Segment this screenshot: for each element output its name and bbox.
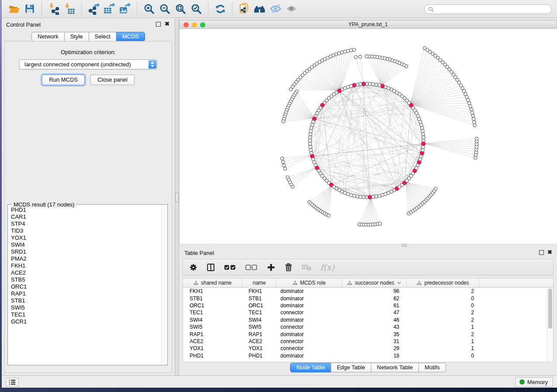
control-panel-header: Control Panel ✖ (2, 18, 175, 30)
table-cell: 1 (407, 324, 480, 330)
table-row[interactable]: ORC1ORC1dominator610 (183, 302, 547, 309)
table-scrollbar[interactable] (547, 288, 553, 362)
first-neighbors-button[interactable] (252, 1, 268, 16)
criterion-dropdown[interactable]: largest connected component (undirected) (19, 59, 157, 69)
refresh-view-button[interactable] (212, 1, 228, 16)
list-item[interactable]: STB1 (11, 297, 161, 304)
list-item[interactable]: SWI5 (11, 304, 161, 311)
show-column-button[interactable] (206, 263, 215, 272)
list-item[interactable]: FKH1 (11, 262, 161, 269)
tab-select[interactable]: Select (89, 32, 117, 41)
create-column-button[interactable] (266, 263, 276, 272)
export-image-button[interactable] (117, 1, 133, 16)
table-cell: PHD1 (242, 353, 277, 359)
zoom-selected-icon (190, 3, 202, 15)
run-mcds-button[interactable]: Run MCDS (42, 75, 85, 85)
maximize-window-icon[interactable] (200, 22, 205, 28)
float-panel-icon[interactable] (156, 22, 161, 27)
function-builder-button-disabled[interactable]: f(x) (320, 262, 335, 272)
table-row[interactable]: SWI5SWI5connector431 (183, 323, 547, 330)
list-item[interactable]: PMA2 (11, 255, 161, 262)
tab-mcds[interactable]: MCDS (116, 32, 145, 41)
network-from-clipboard-button[interactable] (236, 1, 252, 16)
list-item[interactable]: PHD1 (11, 206, 161, 213)
float-table-panel-icon[interactable] (539, 250, 544, 255)
close-panel-button[interactable]: Close panel (90, 75, 135, 85)
zoom-out-button[interactable] (157, 1, 173, 16)
table-cell: STB1 (183, 296, 242, 302)
list-item[interactable]: GCR1 (11, 318, 161, 325)
table-cell: dominator (277, 303, 342, 309)
tab-network[interactable]: Network (31, 32, 65, 41)
task-history-button[interactable] (6, 378, 19, 386)
toolbar-separator (208, 2, 208, 15)
close-panel-icon[interactable]: ✖ (165, 21, 170, 27)
search-icon (428, 7, 434, 12)
hide-selected-button[interactable] (268, 1, 284, 16)
close-table-panel-icon[interactable]: ✖ (547, 249, 552, 255)
table-row[interactable]: PHD1PHD1dominator180 (183, 352, 547, 359)
zoom-fit-button[interactable] (173, 1, 188, 16)
zoom-selected-button[interactable] (188, 1, 204, 16)
table-cell: YOX1 (183, 345, 242, 351)
close-window-icon[interactable] (183, 22, 189, 28)
network-graph[interactable] (180, 29, 557, 244)
vertical-splitter[interactable] (175, 18, 179, 375)
list-item[interactable]: TEC1 (11, 311, 161, 318)
deselect-all-rows-button[interactable] (245, 263, 258, 272)
network-view[interactable] (179, 29, 557, 244)
import-network-button[interactable] (46, 1, 62, 16)
column-header-predecessor-nodes[interactable]: predecessor nodes (407, 279, 480, 287)
list-item[interactable]: TID3 (11, 227, 161, 234)
search-input[interactable] (436, 5, 551, 13)
show-all-button[interactable] (284, 1, 299, 16)
minimize-window-icon[interactable] (192, 22, 197, 28)
export-network-button[interactable] (86, 1, 101, 16)
list-item[interactable]: CAR1 (11, 213, 161, 220)
table-row[interactable]: STB1STB1dominator620 (183, 295, 547, 302)
list-item[interactable]: YOX1 (11, 234, 161, 241)
list-item[interactable]: SRD1 (11, 248, 161, 255)
network-window-titlebar[interactable]: YPA_prune.txt_1 (179, 20, 557, 29)
list-item[interactable]: STP4 (11, 220, 161, 227)
export-table-button[interactable] (101, 1, 117, 16)
table-row[interactable]: TEC1TEC1connector472 (183, 309, 547, 316)
table-cell: 46 (342, 317, 407, 323)
table-row[interactable]: RAP1RAP1dominator352 (183, 330, 547, 337)
list-item[interactable]: ACE2 (11, 269, 161, 276)
import-table-button[interactable] (62, 1, 77, 16)
table-row[interactable]: ACE2ACE2connector311 (183, 338, 547, 345)
list-item[interactable]: RAP1 (11, 290, 161, 297)
table-row[interactable]: YOX1YOX1connector291 (183, 345, 547, 352)
table-settings-button[interactable] (189, 263, 198, 272)
open-session-button[interactable] (6, 1, 22, 16)
list-item[interactable]: STB5 (11, 276, 161, 283)
table-panel-tabs: Node TableEdge TableNetwork TableMotifs (179, 363, 557, 372)
search-box[interactable] (424, 4, 552, 14)
table-row[interactable]: SWI4SWI4dominator462 (183, 316, 547, 323)
tab-motifs[interactable]: Motifs (419, 363, 446, 372)
table-panel: Table Panel ✖ f(x) shared namenameMCDS r… (179, 247, 557, 375)
table-scrollbar-thumb[interactable] (548, 289, 552, 329)
list-item[interactable]: SWI4 (11, 241, 161, 248)
result-list-scrollbar[interactable] (161, 205, 167, 365)
horizontal-splitter-handle[interactable] (402, 244, 407, 247)
column-header-successor-nodes[interactable]: successor nodes (342, 279, 407, 287)
delete-column-button[interactable] (284, 263, 293, 272)
memory-button[interactable]: Memory (515, 377, 553, 387)
table-cell: dominator (277, 317, 342, 323)
delete-table-button-disabled[interactable] (301, 263, 312, 271)
column-header-name[interactable]: name (242, 279, 277, 287)
tab-edge-table[interactable]: Edge Table (331, 363, 371, 372)
tab-network-table[interactable]: Network Table (371, 363, 419, 372)
splitter-handle[interactable] (176, 193, 178, 202)
zoom-in-button[interactable] (141, 1, 157, 16)
tab-node-table[interactable]: Node Table (290, 363, 331, 372)
save-session-button[interactable] (22, 1, 38, 16)
column-header-shared-name[interactable]: shared name (183, 279, 242, 287)
tab-style[interactable]: Style (64, 32, 89, 41)
column-header-mcds-role[interactable]: MCDS role (277, 279, 342, 287)
list-item[interactable]: ORC1 (11, 283, 161, 290)
select-all-rows-button[interactable] (224, 263, 237, 272)
table-row[interactable]: FKH1FKH1dominator962 (183, 288, 547, 295)
